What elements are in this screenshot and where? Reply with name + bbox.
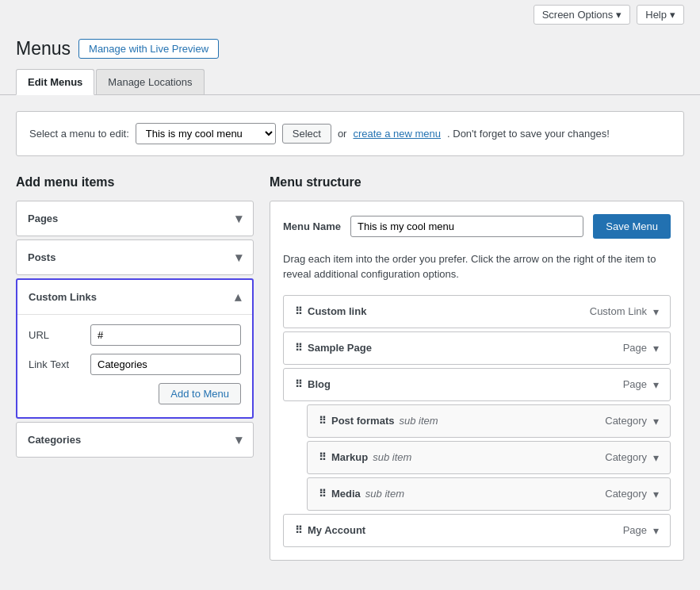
accordion-pages: Pages ▾ <box>16 201 254 236</box>
accordion-categories-header[interactable]: Categories ▾ <box>17 423 253 457</box>
select-menu-bar: Select a menu to edit: This is my cool m… <box>16 111 684 156</box>
chevron-down-icon[interactable]: ▾ <box>653 524 659 537</box>
chevron-down-icon[interactable]: ▾ <box>653 305 659 318</box>
add-menu-items-title: Add menu items <box>16 175 254 190</box>
link-text-input[interactable] <box>90 354 241 375</box>
tab-manage-locations[interactable]: Manage Locations <box>96 69 204 94</box>
link-text-label: Link Text <box>29 358 84 370</box>
menu-item-name: Markup <box>331 451 368 463</box>
accordion-posts-label: Posts <box>28 251 55 263</box>
drag-handle-icon: ⠿ <box>295 305 303 317</box>
two-column-layout: Add menu items Pages ▾ Posts ▾ Custom Li… <box>16 175 684 561</box>
chevron-down-icon[interactable]: ▾ <box>653 451 659 464</box>
menu-item-type: Page <box>623 378 647 390</box>
chevron-down-icon: ▾ <box>235 211 242 226</box>
menu-name-row: Menu Name Save Menu <box>283 214 671 239</box>
tab-edit-menus[interactable]: Edit Menus <box>16 69 94 95</box>
add-to-menu-wrap: Add to Menu <box>29 383 241 404</box>
chevron-down-icon: ▾ <box>235 250 242 265</box>
accordion-posts-header[interactable]: Posts ▾ <box>17 240 253 274</box>
menu-item-right: Page ▾ <box>623 378 659 391</box>
menu-item-right: Custom Link ▾ <box>590 305 659 318</box>
menu-item-markup[interactable]: ⠿ Markup sub item Category ▾ <box>307 441 671 474</box>
select-menu-prefix: Select a menu to edit: <box>29 128 129 140</box>
chevron-down-icon[interactable]: ▾ <box>653 378 659 391</box>
help-button[interactable]: Help ▾ <box>637 5 684 25</box>
accordion-pages-label: Pages <box>28 213 58 224</box>
menu-item-name: Media <box>331 488 361 500</box>
create-new-menu-link[interactable]: create a new menu <box>353 128 441 140</box>
menu-item-sample-page[interactable]: ⠿ Sample Page Page ▾ <box>283 331 671 365</box>
right-column: Menu structure Menu Name Save Menu Drag … <box>270 175 684 561</box>
screen-options-button[interactable]: Screen Options ▾ <box>534 5 631 25</box>
accordion-pages-header[interactable]: Pages ▾ <box>17 201 253 236</box>
chevron-down-icon: ▾ <box>235 432 242 447</box>
page-title: Menus <box>16 37 71 61</box>
menu-item-right: Page ▾ <box>623 524 659 537</box>
accordion-custom-links: Custom Links ▴ URL Link Text Add to Menu <box>16 278 254 419</box>
drag-handle-icon: ⠿ <box>319 488 327 500</box>
left-column: Add menu items Pages ▾ Posts ▾ Custom Li… <box>16 175 254 461</box>
accordion-categories-label: Categories <box>28 434 81 446</box>
top-bar: Screen Options ▾ Help ▾ <box>0 0 700 29</box>
menu-item-right: Page ▾ <box>623 342 659 354</box>
menu-items-list: ⠿ Custom link Custom Link ▾ ⠿ Sample Pag… <box>283 295 671 547</box>
menu-item-type: Category <box>605 415 647 427</box>
accordion-categories: Categories ▾ <box>16 422 254 458</box>
help-label: Help <box>645 9 667 21</box>
drag-handle-icon: ⠿ <box>319 451 327 463</box>
url-input[interactable] <box>90 324 241 346</box>
menu-item-name: My Account <box>308 524 365 536</box>
sub-item-label: sub item <box>365 488 404 500</box>
drag-handle-icon: ⠿ <box>319 415 327 427</box>
chevron-down-icon: ▾ <box>670 9 675 21</box>
drag-hint: Drag each item into the order you prefer… <box>283 251 671 282</box>
menu-structure-title: Menu structure <box>270 175 684 190</box>
save-menu-button[interactable]: Save Menu <box>593 214 671 239</box>
menu-item-left: ⠿ Sample Page <box>295 342 372 354</box>
menu-item-name: Post formats <box>331 415 394 427</box>
chevron-down-icon[interactable]: ▾ <box>653 415 659 427</box>
menu-item-left: ⠿ Media sub item <box>319 488 404 500</box>
menu-item-my-account[interactable]: ⠿ My Account Page ▾ <box>283 514 671 547</box>
select-menu-button[interactable]: Select <box>282 124 331 144</box>
menu-name-label: Menu Name <box>283 220 341 232</box>
menu-item-custom-link[interactable]: ⠿ Custom link Custom Link ▾ <box>283 295 671 328</box>
page-title-wrap: Menus Manage with Live Preview <box>0 29 700 61</box>
live-preview-button[interactable]: Manage with Live Preview <box>78 39 219 59</box>
menu-item-right: Category ▾ <box>605 488 659 500</box>
menu-item-name: Sample Page <box>308 342 372 354</box>
menu-item-type: Custom Link <box>590 305 647 317</box>
link-text-row: Link Text <box>29 354 241 375</box>
accordion-custom-links-body: URL Link Text Add to Menu <box>17 314 252 417</box>
tabs-wrap: Edit Menus Manage Locations <box>0 61 700 95</box>
screen-options-label: Screen Options <box>542 9 614 21</box>
menu-item-name: Blog <box>308 378 331 390</box>
menu-item-right: Category ▾ <box>605 415 659 427</box>
menu-name-input[interactable] <box>350 216 583 237</box>
url-row: URL <box>29 324 241 346</box>
drag-handle-icon: ⠿ <box>295 524 303 536</box>
sub-item-label: sub item <box>399 415 438 427</box>
menu-item-left: ⠿ Markup sub item <box>319 451 411 463</box>
menu-item-type: Category <box>605 451 647 463</box>
accordion-posts: Posts ▾ <box>16 239 254 275</box>
menu-select[interactable]: This is my cool menu <box>136 123 276 144</box>
accordion-custom-links-header[interactable]: Custom Links ▴ <box>17 280 252 314</box>
menu-structure-panel: Menu Name Save Menu Drag each item into … <box>270 201 684 561</box>
add-to-menu-button[interactable]: Add to Menu <box>159 383 241 404</box>
menu-item-post-formats[interactable]: ⠿ Post formats sub item Category ▾ <box>307 404 671 438</box>
drag-handle-icon: ⠿ <box>295 378 303 390</box>
menu-item-type: Page <box>623 524 647 536</box>
url-label: URL <box>29 329 84 341</box>
menu-item-blog[interactable]: ⠿ Blog Page ▾ <box>283 368 671 401</box>
menu-item-left: ⠿ Custom link <box>295 305 366 317</box>
menu-item-type: Page <box>623 342 647 354</box>
accordion-custom-links-label: Custom Links <box>29 291 97 303</box>
drag-handle-icon: ⠿ <box>295 342 303 354</box>
menu-item-left: ⠿ Post formats sub item <box>319 415 438 427</box>
menu-item-right: Category ▾ <box>605 451 659 464</box>
chevron-down-icon[interactable]: ▾ <box>653 342 659 354</box>
chevron-down-icon[interactable]: ▾ <box>653 488 659 500</box>
menu-item-media[interactable]: ⠿ Media sub item Category ▾ <box>307 477 671 511</box>
